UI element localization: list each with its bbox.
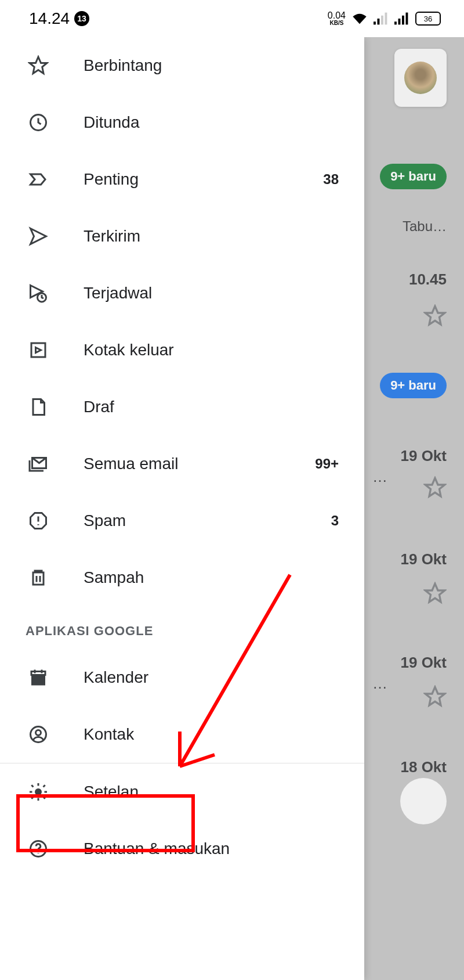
- email-time: 19 Okt: [401, 550, 447, 568]
- drawer-item-drafts[interactable]: Draf: [0, 379, 364, 435]
- drawer-item-label: Sampah: [84, 568, 339, 587]
- svg-rect-3: [385, 13, 387, 25]
- status-time: 14.24: [29, 9, 70, 28]
- status-bar: 14.24 13 0.04 KB/S 36: [0, 0, 464, 37]
- wifi-icon: [351, 12, 368, 25]
- drawer-item-snoozed[interactable]: Ditunda: [0, 94, 364, 151]
- svg-rect-2: [381, 16, 383, 25]
- drawer-item-label: Terjadwal: [84, 284, 339, 302]
- drawer-item-calendar[interactable]: Kalender: [0, 649, 364, 706]
- drawer-item-outbox[interactable]: Kotak keluar: [0, 322, 364, 379]
- important-icon: [26, 167, 51, 192]
- notification-count-badge: 13: [74, 11, 89, 26]
- drawer-item-count: 99+: [315, 456, 339, 472]
- signal-icon-2: [394, 12, 409, 25]
- email-time: 18 Okt: [401, 758, 447, 776]
- svg-rect-0: [374, 21, 376, 24]
- email-preview-ellipsis: …: [372, 468, 389, 486]
- gear-icon: [26, 779, 51, 805]
- new-badge-green[interactable]: 9+ baru: [380, 164, 447, 189]
- drawer-item-help[interactable]: Bantuan & masukan: [0, 820, 364, 877]
- calendar-icon: [26, 665, 51, 690]
- email-time: 10.45: [409, 271, 447, 289]
- email-time: 19 Okt: [401, 447, 447, 465]
- star-toggle[interactable]: [423, 685, 447, 708]
- send-icon: [26, 224, 51, 249]
- drawer-item-sent[interactable]: Terkirim: [0, 208, 364, 265]
- drawer-item-spam[interactable]: Spam 3: [0, 492, 364, 549]
- signal-icon: [374, 12, 389, 25]
- search-bar-avatar-area[interactable]: [394, 49, 447, 107]
- svg-rect-13: [31, 672, 45, 675]
- battery-indicator: 36: [415, 12, 441, 26]
- drawer-item-label: Kotak keluar: [84, 341, 339, 359]
- svg-point-16: [36, 790, 41, 795]
- spam-icon: [26, 508, 51, 534]
- drawer-item-label: Setelan: [84, 783, 339, 801]
- drawer-item-count: 38: [323, 171, 339, 188]
- drawer-item-label: Ditunda: [84, 113, 339, 132]
- profile-avatar[interactable]: [404, 62, 437, 94]
- star-toggle[interactable]: [423, 582, 447, 605]
- compose-button-edge[interactable]: [400, 778, 447, 824]
- drawer-item-count: 3: [331, 513, 339, 529]
- svg-rect-1: [378, 19, 380, 24]
- help-icon: [26, 836, 51, 862]
- email-preview-ellipsis: …: [372, 675, 389, 693]
- svg-point-15: [36, 730, 41, 736]
- drawer-item-label: Kalender: [84, 668, 339, 687]
- outbox-icon: [26, 337, 51, 363]
- drawer-item-label: Draf: [84, 398, 339, 416]
- svg-rect-4: [394, 21, 397, 24]
- drawer-section-header: Aplikasi Google: [0, 606, 364, 649]
- trash-icon: [26, 565, 51, 590]
- star-toggle[interactable]: [423, 304, 447, 327]
- drawer-item-starred[interactable]: Berbintang: [0, 37, 364, 94]
- drawer-item-label: Bantuan & masukan: [84, 840, 339, 858]
- category-label[interactable]: Tabu…: [403, 218, 447, 235]
- star-toggle[interactable]: [423, 476, 447, 499]
- drawer-item-label: Semua email: [84, 455, 315, 473]
- drawer-item-contacts[interactable]: Kontak: [0, 706, 364, 763]
- drawer-item-important[interactable]: Penting 38: [0, 151, 364, 208]
- drawer-item-scheduled[interactable]: Terjadwal: [0, 265, 364, 322]
- clock-icon: [26, 110, 51, 135]
- navigation-drawer: Berbintang Ditunda Penting 38 Terkirim T…: [0, 37, 364, 980]
- draft-icon: [26, 394, 51, 420]
- drawer-item-allmail[interactable]: Semua email 99+: [0, 435, 364, 492]
- scheduled-icon: [26, 280, 51, 306]
- star-icon: [26, 53, 51, 78]
- svg-rect-7: [406, 13, 408, 25]
- svg-rect-5: [398, 19, 401, 24]
- svg-rect-10: [31, 343, 45, 357]
- network-speed: 0.04 KB/S: [328, 11, 346, 26]
- drawer-item-label: Kontak: [84, 725, 339, 744]
- email-time: 19 Okt: [401, 654, 447, 672]
- svg-rect-6: [402, 16, 404, 25]
- new-badge-blue[interactable]: 9+ baru: [380, 373, 447, 398]
- contacts-icon: [26, 722, 51, 747]
- drawer-item-trash[interactable]: Sampah: [0, 549, 364, 606]
- drawer-item-label: Berbintang: [84, 56, 339, 75]
- drawer-item-label: Terkirim: [84, 227, 339, 246]
- drawer-item-label: Penting: [84, 170, 323, 189]
- allmail-icon: [26, 451, 51, 477]
- drawer-item-label: Spam: [84, 511, 331, 530]
- drawer-item-settings[interactable]: Setelan: [0, 763, 364, 820]
